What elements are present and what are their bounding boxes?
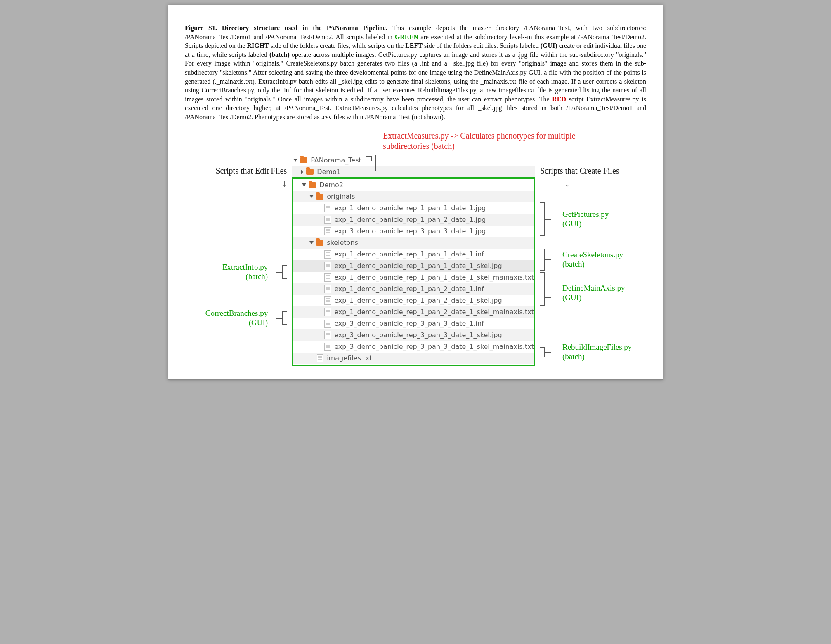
tree-row-file[interactable]: exp_1_demo_panicle_rep_1_pan_1_date_1.in… [293,249,534,260]
caption-bold-left: LEFT [405,42,423,49]
connector-tick [276,272,282,273]
caption-text-4: side of the folders edit files. Scripts … [423,42,541,49]
folder-icon [300,157,307,163]
file-icon [324,262,331,270]
rebuildimagefiles-label: RebuildImageFiles.py (batch) [562,343,632,362]
file-name: exp_3_demo_panicle_rep_3_pan_3_date_1.in… [334,320,484,327]
correctbranches-name: CorrectBranches.py [205,309,268,317]
definemainaxis-label: DefineMainAxis.py (GUI) [562,284,625,303]
connector-tick [545,259,551,260]
correctbranches-sub: (GUI) [249,318,268,327]
tree-row-folder[interactable]: Demo1 [292,166,535,178]
file-name: exp_1_demo_panicle_rep_1_pan_1_date_1_sk… [334,262,502,270]
tree-row-file[interactable]: exp_3_demo_panicle_rep_3_pan_3_date_1.jp… [293,226,534,237]
folder-name: Demo1 [317,168,341,176]
green-highlight-box: Demo2 originals exp_1_demo_panicle_rep_1… [292,177,535,366]
file-name: imagefiles.txt [327,354,372,362]
tree-row-folder[interactable]: PANorama_Test [292,155,535,166]
connector-tick [545,352,551,353]
caption-bold-right: RIGHT [247,42,269,49]
tree-row-file[interactable]: exp_1_demo_panicle_rep_1_pan_1_date_1.jp… [293,202,534,214]
file-icon [324,343,331,351]
arrow-down-icon: ↓ [185,178,287,189]
extractinfo-label: ExtractInfo.py (batch) [222,263,268,282]
file-name: exp_1_demo_panicle_rep_1_pan_2_date_1.in… [334,285,484,293]
tree-row-file[interactable]: exp_3_demo_panicle_rep_3_pan_3_date_1_sk… [293,341,534,353]
twisty-open-icon[interactable] [302,183,306,186]
tree-row-folder[interactable]: Demo2 [293,179,534,191]
twisty-open-icon[interactable] [309,195,314,198]
tree-row-folder[interactable]: skeletons [293,237,534,249]
definemainaxis-sub: (GUI) [562,293,581,302]
caption-text-3: side of the folders create files, while … [269,42,405,49]
tree-row-file[interactable]: exp_3_demo_panicle_rep_3_pan_3_date_1_sk… [293,329,534,341]
tree-row-file[interactable]: exp_3_demo_panicle_rep_3_pan_3_date_1.in… [293,318,534,329]
bracket-icon [540,347,545,357]
file-name: exp_1_demo_panicle_rep_1_pan_2_date_1.jp… [334,216,486,223]
file-icon [324,296,331,305]
getpictures-sub: (GUI) [562,219,581,228]
connector-tick [545,297,551,298]
tree-row-file[interactable]: imagefiles.txt [293,353,534,364]
file-name: exp_1_demo_panicle_rep_1_pan_1_date_1.in… [334,250,484,258]
file-icon [324,308,331,316]
createskeletons-name: CreateSkeletons.py [562,250,623,259]
rebuild-name: RebuildImageFiles.py [562,343,632,351]
folder-name: skeletons [327,239,358,247]
connector-tick [545,219,551,220]
caption-red-word: RED [552,96,566,103]
arrow-down-icon: ↓ [565,178,646,189]
caption-bold-batch: (batch) [269,51,290,58]
twisty-open-icon[interactable] [309,241,314,244]
folder-name: PANorama_Test [311,156,361,164]
file-icon [324,285,331,293]
bracket-icon [540,272,545,306]
file-icon [317,354,323,362]
left-heading: Scripts that Edit Files [185,166,287,176]
file-name: exp_1_demo_panicle_rep_1_pan_1_date_1.jp… [334,204,486,212]
tree-row-file[interactable]: exp_1_demo_panicle_rep_1_pan_2_date_1_sk… [293,295,534,306]
extractinfo-sub: (batch) [246,272,268,281]
getpictures-name: GetPictures.py [562,210,609,219]
createskeletons-label: CreateSkeletons.py (batch) [562,250,623,269]
connector-tick [276,318,282,319]
extractmeasures-callout: ExtractMeasures.py -> Calculates phenoty… [383,131,614,151]
file-name: exp_1_demo_panicle_rep_1_pan_2_date_1_sk… [334,308,534,316]
file-icon [324,320,331,328]
bracket-icon [540,202,545,236]
extractmeasures-callout-text: ExtractMeasures.py -> Calculates phenoty… [383,131,576,150]
folder-icon [316,240,323,246]
bracket-icon [282,311,287,325]
folder-name: Demo2 [319,181,343,189]
folder-icon [306,169,314,175]
tree-row-file[interactable]: exp_1_demo_panicle_rep_1_pan_2_date_1.jp… [293,214,534,226]
file-icon [324,204,331,212]
diagram: Scripts that Edit Files ↓ ExtractInfo.py… [185,155,646,366]
file-name: exp_1_demo_panicle_rep_1_pan_1_date_1_sk… [334,273,534,281]
file-name: exp_3_demo_panicle_rep_3_pan_3_date_1_sk… [334,343,534,350]
file-icon [324,331,331,339]
right-heading: Scripts that Create Files [540,166,646,176]
figure-label: Figure S1. Directory structure used in t… [185,24,387,31]
file-icon [324,216,331,224]
bracket-icon [540,249,545,271]
twisty-open-icon[interactable] [293,159,297,162]
file-icon [324,227,331,235]
correctbranches-label: CorrectBranches.py (GUI) [205,309,268,328]
tree-row-file[interactable]: exp_1_demo_panicle_rep_1_pan_2_date_1.in… [293,283,534,295]
right-annotations-column: Scripts that Create Files ↓ GetPictures.… [535,155,646,364]
page: Figure S1. Directory structure used in t… [168,5,663,380]
tree-row-file[interactable]: exp_1_demo_panicle_rep_1_pan_1_date_1_sk… [293,272,534,283]
directory-tree: PANorama_Test Demo1 [292,155,535,366]
tree-row-file[interactable]: exp_1_demo_panicle_rep_1_pan_2_date_1_sk… [293,306,534,318]
folder-icon [316,194,323,200]
tree-row-file[interactable]: exp_1_demo_panicle_rep_1_pan_1_date_1_sk… [293,260,534,272]
caption-text-6: operate across multiple images. GetPictu… [185,51,646,103]
extractinfo-name: ExtractInfo.py [222,263,268,271]
getpictures-label: GetPictures.py (GUI) [562,210,609,229]
file-icon [324,250,331,259]
twisty-closed-icon[interactable] [301,170,304,174]
left-annotations-column: Scripts that Edit Files ↓ ExtractInfo.py… [185,155,292,330]
tree-row-folder[interactable]: originals [293,191,534,202]
file-icon [324,273,331,282]
